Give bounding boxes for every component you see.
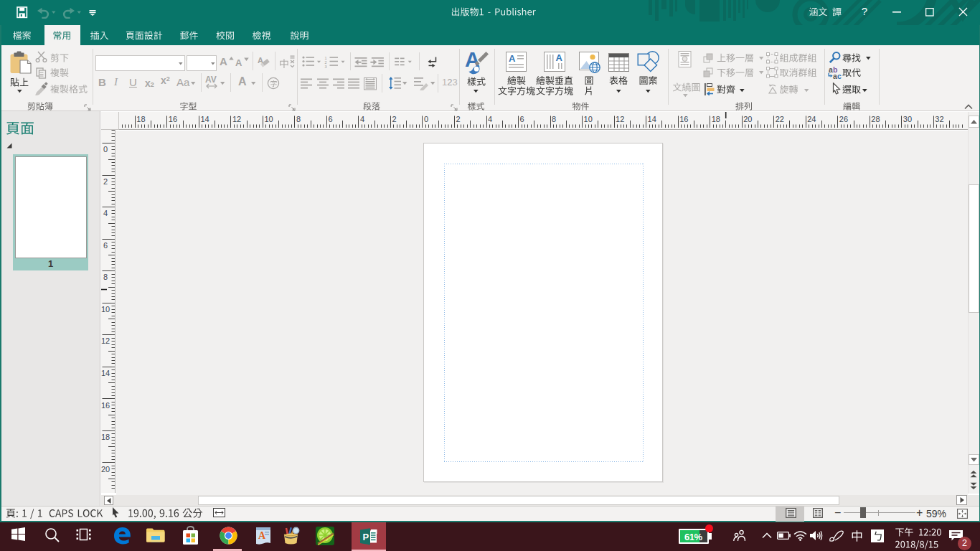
svg-text:c: c [837, 72, 842, 80]
svg-text:A: A [509, 53, 516, 64]
svg-text:3: 3 [325, 65, 327, 69]
svg-text:A: A [556, 52, 563, 63]
svg-text:P: P [363, 532, 369, 542]
